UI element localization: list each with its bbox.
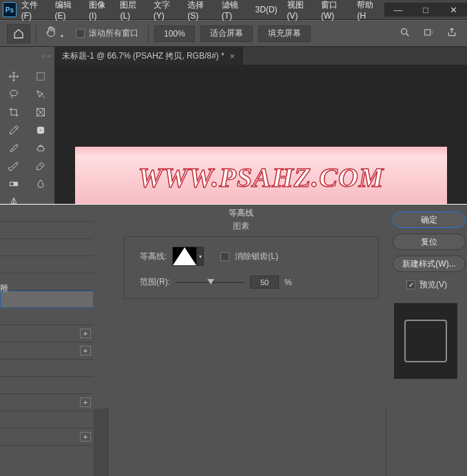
- new-style-button[interactable]: 新建样式(W)...: [393, 256, 466, 272]
- svg-rect-2: [425, 30, 430, 35]
- dialog-section-title: 等高线: [229, 207, 253, 219]
- svg-rect-3: [37, 73, 45, 81]
- preview-thumbnail: [394, 303, 457, 379]
- zoom-level-button[interactable]: 100%: [154, 25, 195, 42]
- crop-tool[interactable]: [0, 103, 28, 121]
- blur-tool[interactable]: [28, 175, 55, 193]
- style-row[interactable]: [0, 205, 94, 222]
- svg-line-10: [40, 164, 43, 167]
- menu-image[interactable]: 图像(I): [84, 0, 115, 20]
- menu-select[interactable]: 选择(S): [183, 0, 216, 20]
- contour-dropdown-button[interactable]: ▾: [197, 247, 204, 266]
- frame-icon[interactable]: [423, 27, 434, 40]
- options-bar: ▾ 滚动所有窗口 100% 适合屏幕 填充屏幕: [0, 20, 467, 47]
- menu-layer[interactable]: 图层(L): [115, 0, 148, 20]
- layer-style-dialog: + + + + 雕 等高线 图素 等高线: ▾ 消除锯齿(L) 范围(: [0, 204, 467, 476]
- svg-point-4: [10, 90, 17, 96]
- document-tab-bar: ◄◄ 未标题-1 @ 66.7% (PSAHZ 拷贝, RGB/8#) * ×: [0, 47, 467, 65]
- contour-label: 等高线:: [140, 251, 167, 262]
- hand-tool-icon[interactable]: ▾: [42, 25, 66, 41]
- menu-type[interactable]: 文字(Y): [149, 0, 183, 20]
- range-slider[interactable]: [176, 278, 245, 287]
- share-icon[interactable]: [446, 27, 457, 40]
- range-unit: %: [284, 278, 292, 287]
- fx-add-icon[interactable]: +: [80, 346, 91, 355]
- move-tool[interactable]: [0, 68, 28, 85]
- menu-help[interactable]: 帮助(H: [352, 0, 384, 20]
- fill-screen-button[interactable]: 填充屏幕: [258, 25, 311, 42]
- quick-select-tool[interactable]: [28, 85, 55, 103]
- svg-point-0: [402, 29, 407, 34]
- menu-window[interactable]: 窗口(W): [316, 0, 352, 20]
- menu-file[interactable]: 文件(F): [17, 0, 50, 20]
- style-row[interactable]: [0, 411, 94, 428]
- eyedropper-tool[interactable]: [0, 121, 28, 139]
- reset-button[interactable]: 复位: [393, 234, 466, 250]
- patch-tool[interactable]: [28, 121, 55, 139]
- style-row[interactable]: [0, 360, 94, 377]
- range-label: 范围(R):: [140, 276, 170, 288]
- document-tab[interactable]: 未标题-1 @ 66.7% (PSAHZ 拷贝, RGB/8#) * ×: [55, 47, 242, 65]
- canvas-area[interactable]: WWW.PSAHZ.COM: [55, 65, 467, 205]
- ok-button[interactable]: 确定: [393, 211, 466, 228]
- range-value-input[interactable]: 50: [250, 276, 279, 289]
- antialias-checkbox[interactable]: [220, 252, 229, 261]
- dialog-buttons: 确定 复位 新建样式(W)... ✓ 预览(V): [393, 207, 467, 379]
- window-maximize-button[interactable]: □: [412, 3, 439, 17]
- scroll-all-label: 滚动所有窗口: [89, 28, 138, 39]
- canvas-text: WWW.PSAHZ.COM: [138, 161, 384, 194]
- gradient-tool[interactable]: [0, 175, 28, 193]
- tab-close-button[interactable]: ×: [230, 51, 236, 61]
- canvas-content: WWW.PSAHZ.COM: [75, 147, 447, 207]
- menu-3d[interactable]: 3D(D): [251, 0, 282, 20]
- style-row[interactable]: [0, 308, 94, 325]
- frame-tool[interactable]: [28, 103, 55, 121]
- menu-bar: Ps 文件(F) 编辑(E) 图像(I) 图层(L) 文字(Y) 选择(S) 滤…: [0, 0, 467, 20]
- lasso-tool[interactable]: [0, 85, 28, 103]
- home-button[interactable]: [7, 24, 30, 43]
- collapse-icon[interactable]: ◄◄: [39, 52, 52, 59]
- style-row[interactable]: +: [0, 428, 94, 446]
- dialog-content: 等高线 图素 等高线: ▾ 消除锯齿(L) 范围(R): 50 %: [103, 205, 379, 299]
- eraser-tool[interactable]: [28, 157, 55, 175]
- document-tab-title: 未标题-1 @ 66.7% (PSAHZ 拷贝, RGB/8#) *: [62, 50, 225, 62]
- style-row[interactable]: +: [0, 325, 94, 342]
- style-row[interactable]: +: [0, 342, 94, 360]
- style-row[interactable]: +: [0, 394, 94, 411]
- clone-stamp-tool[interactable]: [28, 139, 55, 157]
- style-row[interactable]: [0, 377, 94, 394]
- style-row[interactable]: [0, 239, 94, 256]
- scroll-all-windows-checkbox[interactable]: 滚动所有窗口: [72, 28, 143, 39]
- svg-point-9: [40, 130, 42, 132]
- style-row[interactable]: [0, 222, 94, 239]
- checkbox-icon[interactable]: [76, 29, 85, 38]
- window-close-button[interactable]: ✕: [439, 3, 467, 17]
- contour-thumbnail[interactable]: [172, 247, 197, 266]
- fx-add-icon[interactable]: +: [80, 397, 91, 407]
- menu-filter[interactable]: 滤镜(T): [217, 0, 251, 20]
- marquee-tool[interactable]: [28, 68, 55, 85]
- ps-logo-icon: Ps: [3, 2, 17, 17]
- fx-add-icon[interactable]: +: [80, 432, 91, 442]
- preview-checkbox[interactable]: ✓: [406, 280, 415, 289]
- toolbox: [0, 65, 55, 205]
- menu-view[interactable]: 视图(V): [282, 0, 316, 20]
- fx-add-icon[interactable]: +: [80, 329, 91, 338]
- dialog-section-subtitle: 图素: [233, 220, 249, 232]
- style-row[interactable]: [0, 273, 94, 291]
- svg-rect-12: [10, 182, 13, 185]
- brush-tool[interactable]: [0, 139, 28, 157]
- style-row[interactable]: [0, 256, 94, 273]
- search-icon[interactable]: [399, 27, 411, 40]
- svg-line-1: [406, 34, 408, 36]
- preview-label: 预览(V): [419, 279, 447, 291]
- window-minimize-button[interactable]: —: [384, 3, 412, 17]
- history-brush-tool[interactable]: [0, 157, 28, 175]
- antialias-label: 消除锯齿(L): [235, 251, 278, 262]
- style-list: + + + +: [0, 205, 94, 476]
- style-row-selected[interactable]: [0, 291, 94, 308]
- style-label-truncated: 雕: [0, 280, 8, 297]
- fit-screen-button[interactable]: 适合屏幕: [200, 25, 253, 42]
- menu-edit[interactable]: 编辑(E): [50, 0, 84, 20]
